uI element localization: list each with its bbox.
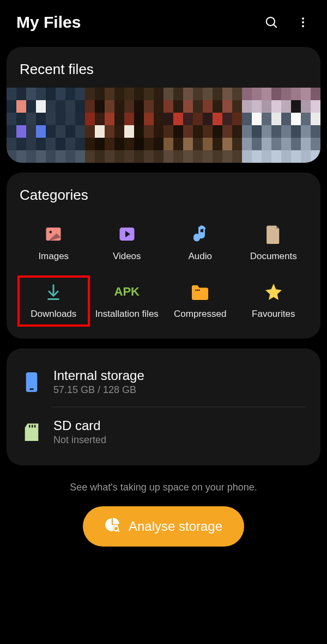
storage-text: Internal storage 57.15 GB / 128 GB [53,368,304,396]
category-audio[interactable]: Audio [166,220,234,267]
storage-sd[interactable]: SD card Not inserted [21,409,306,455]
footer-hint: See what's taking up space on your phone… [70,482,257,493]
storage-sub: Not inserted [53,434,304,446]
footer: See what's taking up space on your phone… [0,482,327,547]
category-images[interactable]: Images [20,220,88,267]
analyse-storage-button[interactable]: Analyse storage [83,506,244,547]
categories-card: Categories Images Videos [7,173,320,339]
svg-point-2 [302,17,304,20]
phone-icon [23,371,40,393]
svg-point-13 [197,290,198,291]
category-videos[interactable]: Videos [93,220,161,267]
recent-files-title: Recent files [20,61,307,78]
category-downloads[interactable]: Downloads [17,275,90,327]
category-favourites[interactable]: Favourites [240,278,308,324]
sd-card-icon [23,421,40,443]
storage-sub: 57.15 GB / 128 GB [53,384,304,396]
downloads-icon [44,282,63,302]
category-installation-files[interactable]: APK Installation files [93,278,161,324]
categories-title: Categories [20,187,307,204]
audio-icon [190,224,210,244]
category-label: Documents [250,250,297,262]
documents-icon [264,224,283,244]
storage-internal[interactable]: Internal storage 57.15 GB / 128 GB [21,359,306,404]
divider [51,407,306,407]
analyse-label: Analyse storage [129,519,222,534]
svg-rect-18 [32,425,33,427]
storage-text: SD card Not inserted [53,418,304,446]
compressed-icon [190,282,210,302]
storage-list: Internal storage 57.15 GB / 128 GB SD ca… [21,357,306,457]
svg-point-3 [302,21,304,23]
app-header: My Files [0,0,327,37]
category-documents[interactable]: Documents [240,220,308,267]
svg-rect-19 [34,425,35,427]
header-actions [264,15,311,30]
svg-point-0 [267,17,275,26]
categories-grid: Images Videos Audio [20,220,307,324]
svg-rect-9 [198,227,201,238]
videos-icon [117,224,137,244]
category-label: Videos [113,250,141,262]
category-label: Images [38,250,69,262]
svg-rect-16 [29,388,34,390]
category-label: Favourites [252,308,295,320]
storage-title: Internal storage [53,368,304,383]
svg-line-1 [274,24,277,28]
search-icon[interactable] [264,15,279,30]
category-label: Audio [189,250,212,262]
category-label: Compressed [174,308,226,320]
category-label: Installation files [95,308,159,320]
recent-files-card: Recent files [7,47,320,163]
app-title: My Files [16,13,81,32]
star-icon [264,282,283,302]
category-label: Downloads [31,308,76,320]
svg-point-6 [50,231,52,234]
more-icon[interactable] [295,15,311,30]
pie-chart-icon [105,517,120,536]
category-compressed[interactable]: Compressed [166,278,234,324]
recent-files-strip[interactable] [7,88,320,163]
images-icon [44,224,63,244]
svg-point-4 [302,25,304,27]
svg-rect-17 [29,425,30,427]
storage-title: SD card [53,418,304,433]
svg-line-22 [118,531,119,532]
storage-card: Internal storage 57.15 GB / 128 GB SD ca… [7,348,320,465]
apk-icon: APK [117,282,137,302]
svg-point-12 [196,290,197,291]
svg-point-14 [199,290,200,291]
